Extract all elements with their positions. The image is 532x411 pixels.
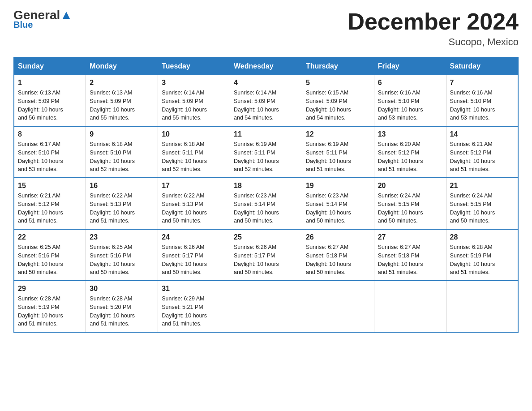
day-number: 4 [234, 79, 298, 87]
day-number: 5 [306, 79, 370, 87]
calendar-cell: 9 Sunrise: 6:18 AM Sunset: 5:10 PM Dayli… [86, 126, 158, 178]
day-info: Sunrise: 6:28 AM Sunset: 5:19 PM Dayligh… [450, 243, 514, 277]
calendar-cell: 10 Sunrise: 6:18 AM Sunset: 5:11 PM Dayl… [158, 126, 230, 178]
day-info: Sunrise: 6:18 AM Sunset: 5:10 PM Dayligh… [90, 140, 154, 174]
calendar-table: SundayMondayTuesdayWednesdayThursdayFrid… [13, 57, 519, 333]
day-number: 1 [18, 79, 82, 87]
day-info: Sunrise: 6:17 AM Sunset: 5:10 PM Dayligh… [18, 140, 82, 174]
day-number: 22 [18, 233, 82, 241]
day-number: 29 [18, 285, 82, 293]
day-info: Sunrise: 6:24 AM Sunset: 5:15 PM Dayligh… [450, 192, 514, 225]
day-info: Sunrise: 6:14 AM Sunset: 5:09 PM Dayligh… [162, 89, 226, 122]
day-number: 21 [450, 182, 514, 190]
day-number: 25 [234, 233, 298, 241]
calendar-week-row: 8 Sunrise: 6:17 AM Sunset: 5:10 PM Dayli… [14, 126, 518, 178]
calendar-cell: 31 Sunrise: 6:29 AM Sunset: 5:21 PM Dayl… [158, 281, 230, 332]
logo: General Blue [13, 9, 71, 30]
day-number: 2 [90, 79, 154, 87]
day-info: Sunrise: 6:16 AM Sunset: 5:10 PM Dayligh… [450, 89, 514, 122]
calendar-week-row: 29 Sunrise: 6:28 AM Sunset: 5:19 PM Dayl… [14, 281, 518, 332]
svg-marker-0 [63, 12, 70, 19]
day-number: 27 [378, 233, 442, 241]
day-info: Sunrise: 6:21 AM Sunset: 5:12 PM Dayligh… [450, 140, 514, 174]
day-number: 18 [234, 182, 298, 190]
calendar-cell: 7 Sunrise: 6:16 AM Sunset: 5:10 PM Dayli… [446, 75, 518, 127]
day-info: Sunrise: 6:28 AM Sunset: 5:20 PM Dayligh… [90, 295, 154, 328]
day-info: Sunrise: 6:20 AM Sunset: 5:12 PM Dayligh… [378, 140, 442, 174]
calendar-cell: 5 Sunrise: 6:15 AM Sunset: 5:09 PM Dayli… [302, 75, 374, 127]
weekday-header-wednesday: Wednesday [230, 57, 302, 75]
day-number: 15 [18, 182, 82, 190]
day-info: Sunrise: 6:16 AM Sunset: 5:10 PM Dayligh… [378, 89, 442, 122]
day-number: 23 [90, 233, 154, 241]
calendar-cell [302, 281, 374, 332]
day-number: 24 [162, 233, 226, 241]
day-number: 8 [18, 130, 82, 138]
day-number: 3 [162, 79, 226, 87]
day-number: 6 [378, 79, 442, 87]
day-info: Sunrise: 6:27 AM Sunset: 5:18 PM Dayligh… [306, 243, 370, 277]
day-number: 7 [450, 79, 514, 87]
calendar-cell: 22 Sunrise: 6:25 AM Sunset: 5:16 PM Dayl… [14, 229, 86, 281]
day-info: Sunrise: 6:25 AM Sunset: 5:16 PM Dayligh… [90, 243, 154, 277]
day-number: 9 [90, 130, 154, 138]
day-info: Sunrise: 6:26 AM Sunset: 5:17 PM Dayligh… [162, 243, 226, 277]
calendar-cell: 20 Sunrise: 6:24 AM Sunset: 5:15 PM Dayl… [374, 178, 446, 229]
day-number: 26 [306, 233, 370, 241]
calendar-week-row: 1 Sunrise: 6:13 AM Sunset: 5:09 PM Dayli… [14, 75, 518, 127]
calendar-cell [230, 281, 302, 332]
calendar-cell: 14 Sunrise: 6:21 AM Sunset: 5:12 PM Dayl… [446, 126, 518, 178]
calendar-cell [374, 281, 446, 332]
calendar-cell: 26 Sunrise: 6:27 AM Sunset: 5:18 PM Dayl… [302, 229, 374, 281]
day-info: Sunrise: 6:22 AM Sunset: 5:13 PM Dayligh… [162, 192, 226, 225]
calendar-cell: 18 Sunrise: 6:23 AM Sunset: 5:14 PM Dayl… [230, 178, 302, 229]
calendar-cell: 15 Sunrise: 6:21 AM Sunset: 5:12 PM Dayl… [14, 178, 86, 229]
day-number: 17 [162, 182, 226, 190]
calendar-cell: 8 Sunrise: 6:17 AM Sunset: 5:10 PM Dayli… [14, 126, 86, 178]
calendar-cell: 29 Sunrise: 6:28 AM Sunset: 5:19 PM Dayl… [14, 281, 86, 332]
day-info: Sunrise: 6:15 AM Sunset: 5:09 PM Dayligh… [306, 89, 370, 122]
day-info: Sunrise: 6:26 AM Sunset: 5:17 PM Dayligh… [234, 243, 298, 277]
calendar-cell: 21 Sunrise: 6:24 AM Sunset: 5:15 PM Dayl… [446, 178, 518, 229]
calendar-cell: 13 Sunrise: 6:20 AM Sunset: 5:12 PM Dayl… [374, 126, 446, 178]
calendar-cell: 16 Sunrise: 6:22 AM Sunset: 5:13 PM Dayl… [86, 178, 158, 229]
day-number: 16 [90, 182, 154, 190]
page-header: General Blue December 2024 Sucopo, Mexic… [13, 9, 519, 48]
calendar-week-row: 22 Sunrise: 6:25 AM Sunset: 5:16 PM Dayl… [14, 229, 518, 281]
calendar-cell: 2 Sunrise: 6:13 AM Sunset: 5:09 PM Dayli… [86, 75, 158, 127]
calendar-cell: 11 Sunrise: 6:19 AM Sunset: 5:11 PM Dayl… [230, 126, 302, 178]
day-info: Sunrise: 6:23 AM Sunset: 5:14 PM Dayligh… [234, 192, 298, 225]
day-info: Sunrise: 6:28 AM Sunset: 5:19 PM Dayligh… [18, 295, 82, 328]
calendar-cell: 17 Sunrise: 6:22 AM Sunset: 5:13 PM Dayl… [158, 178, 230, 229]
weekday-header-monday: Monday [86, 57, 158, 75]
day-info: Sunrise: 6:22 AM Sunset: 5:13 PM Dayligh… [90, 192, 154, 225]
day-info: Sunrise: 6:13 AM Sunset: 5:09 PM Dayligh… [18, 89, 82, 122]
day-number: 30 [90, 285, 154, 293]
calendar-cell: 27 Sunrise: 6:27 AM Sunset: 5:18 PM Dayl… [374, 229, 446, 281]
logo-blue-text: Blue [13, 20, 33, 30]
day-info: Sunrise: 6:24 AM Sunset: 5:15 PM Dayligh… [378, 192, 442, 225]
calendar-cell: 4 Sunrise: 6:14 AM Sunset: 5:09 PM Dayli… [230, 75, 302, 127]
weekday-header-thursday: Thursday [302, 57, 374, 75]
day-number: 19 [306, 182, 370, 190]
day-number: 20 [378, 182, 442, 190]
weekday-header-friday: Friday [374, 57, 446, 75]
day-info: Sunrise: 6:14 AM Sunset: 5:09 PM Dayligh… [234, 89, 298, 122]
calendar-cell: 19 Sunrise: 6:23 AM Sunset: 5:14 PM Dayl… [302, 178, 374, 229]
day-number: 12 [306, 130, 370, 138]
calendar-cell: 6 Sunrise: 6:16 AM Sunset: 5:10 PM Dayli… [374, 75, 446, 127]
day-number: 11 [234, 130, 298, 138]
calendar-cell: 3 Sunrise: 6:14 AM Sunset: 5:09 PM Dayli… [158, 75, 230, 127]
weekday-header-row: SundayMondayTuesdayWednesdayThursdayFrid… [14, 57, 518, 75]
calendar-cell: 23 Sunrise: 6:25 AM Sunset: 5:16 PM Dayl… [86, 229, 158, 281]
weekday-header-tuesday: Tuesday [158, 57, 230, 75]
day-number: 13 [378, 130, 442, 138]
location: Sucopo, Mexico [348, 36, 519, 48]
month-title: December 2024 [348, 9, 519, 34]
day-info: Sunrise: 6:25 AM Sunset: 5:16 PM Dayligh… [18, 243, 82, 277]
weekday-header-sunday: Sunday [14, 57, 86, 75]
weekday-header-saturday: Saturday [446, 57, 518, 75]
day-info: Sunrise: 6:13 AM Sunset: 5:09 PM Dayligh… [90, 89, 154, 122]
day-number: 10 [162, 130, 226, 138]
calendar-cell: 30 Sunrise: 6:28 AM Sunset: 5:20 PM Dayl… [86, 281, 158, 332]
